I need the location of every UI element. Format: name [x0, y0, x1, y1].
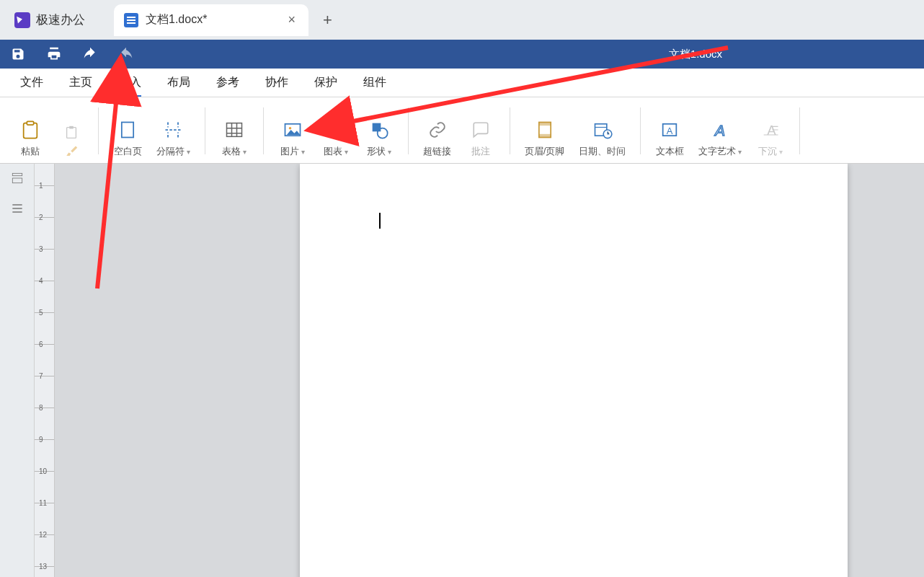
date-time-button[interactable]: 日期、时间	[574, 103, 630, 159]
svg-rect-14	[538, 133, 550, 137]
ruler-mark: 2	[39, 213, 43, 221]
workspace: 12345678910111213	[0, 164, 924, 577]
picture-icon	[280, 118, 305, 142]
ruler-mark: 5	[39, 309, 43, 317]
close-icon[interactable]: ×	[285, 12, 298, 27]
ribbon-insert: 粘贴 空白页 分隔符	[0, 97, 924, 164]
text-cursor	[379, 213, 381, 229]
dropcap-button[interactable]: A 下沉	[752, 103, 789, 159]
textbox-button[interactable]: A 文本框	[651, 103, 688, 159]
ruler-mark: 7	[39, 372, 43, 380]
comment-button[interactable]: 批注	[462, 103, 499, 159]
page-break-icon	[161, 118, 185, 142]
separator-button[interactable]: 分隔符	[152, 103, 195, 159]
svg-rect-22	[12, 178, 22, 183]
svg-rect-4	[226, 123, 241, 136]
blank-page-icon	[115, 118, 140, 142]
svg-rect-1	[67, 127, 76, 138]
svg-rect-21	[12, 173, 22, 175]
svg-rect-0	[27, 121, 33, 125]
menu-protect[interactable]: 保护	[301, 69, 350, 96]
link-icon	[425, 118, 450, 142]
svg-rect-2	[69, 125, 74, 128]
ruler-mark: 10	[39, 467, 47, 475]
svg-rect-8	[334, 125, 337, 136]
table-button[interactable]: 表格	[216, 103, 253, 159]
menu-file[interactable]: 文件	[7, 69, 56, 96]
brush-icon	[59, 145, 84, 158]
tab-document[interactable]: 文档1.docx* ×	[114, 4, 308, 36]
clipboard-icon	[18, 118, 43, 142]
paste-options-button[interactable]	[55, 103, 88, 159]
menu-component[interactable]: 组件	[350, 69, 399, 96]
svg-text:A: A	[667, 125, 673, 136]
menu-insert[interactable]: 插入	[105, 69, 154, 96]
document-area[interactable]	[55, 164, 924, 577]
tab-home-label: 极速办公	[36, 12, 85, 28]
tab-home[interactable]: 极速办公	[6, 6, 114, 35]
tab-bar: 极速办公 文档1.docx* × +	[0, 0, 924, 40]
svg-rect-3	[122, 122, 133, 137]
shape-button[interactable]: 形状	[360, 103, 398, 159]
ruler-mark: 12	[39, 531, 47, 539]
document-icon	[124, 13, 138, 27]
ruler-mark: 1	[39, 182, 43, 190]
wordart-button[interactable]: A 文字艺术	[694, 103, 746, 159]
ruler-mark: 6	[39, 340, 43, 348]
vertical-ruler: 12345678910111213	[35, 164, 55, 577]
shapes-icon	[367, 118, 391, 142]
menu-collab[interactable]: 协作	[252, 69, 301, 96]
quick-access-bar: 文档1.docx	[0, 40, 924, 69]
svg-point-11	[377, 128, 387, 138]
ruler-mark: 9	[39, 436, 43, 444]
document-page[interactable]	[300, 164, 848, 577]
svg-rect-7	[329, 130, 332, 136]
textbox-icon: A	[657, 118, 682, 142]
ruler-mark: 11	[39, 499, 47, 507]
picture-button[interactable]: 图片	[274, 103, 311, 159]
svg-rect-10	[372, 123, 381, 131]
list-panel-icon[interactable]	[9, 200, 26, 217]
svg-text:A: A	[714, 122, 725, 138]
paste-button[interactable]: 粘贴	[12, 103, 49, 159]
ruler-mark: 4	[39, 277, 43, 285]
ruler-mark: 3	[39, 245, 43, 253]
ruler-mark: 8	[39, 404, 43, 412]
ruler-mark: 13	[39, 563, 47, 571]
left-panel	[0, 164, 35, 577]
hyperlink-button[interactable]: 超链接	[419, 103, 456, 159]
print-icon[interactable]	[46, 46, 62, 62]
header-footer-button[interactable]: 页眉/页脚	[520, 103, 569, 159]
chart-button[interactable]: 图表	[317, 103, 355, 159]
menu-layout[interactable]: 布局	[154, 69, 203, 96]
dropcap-icon: A	[758, 118, 783, 142]
new-tab-button[interactable]: +	[308, 11, 347, 30]
outline-panel-icon[interactable]	[9, 169, 26, 187]
header-footer-icon	[533, 118, 557, 142]
undo-icon[interactable]	[82, 46, 98, 62]
chart-icon	[324, 118, 348, 142]
app-logo-icon	[14, 12, 30, 28]
svg-rect-13	[538, 122, 550, 125]
comment-icon	[468, 118, 493, 142]
date-time-icon	[590, 118, 615, 142]
wordart-icon: A	[708, 118, 732, 142]
svg-rect-9	[339, 127, 342, 136]
menu-bar: 文件 主页 插入 布局 参考 协作 保护 组件	[0, 69, 924, 97]
menu-home[interactable]: 主页	[56, 69, 105, 96]
titlebar-document-name: 文档1.docx	[669, 48, 722, 61]
redo-icon[interactable]	[118, 46, 134, 62]
clipboard-small-icon	[59, 120, 84, 145]
menu-reference[interactable]: 参考	[203, 69, 252, 96]
table-icon	[222, 118, 246, 142]
svg-point-6	[289, 126, 292, 129]
save-icon[interactable]	[10, 46, 26, 62]
tab-document-label: 文档1.docx*	[146, 12, 277, 27]
blank-page-button[interactable]: 空白页	[109, 103, 146, 159]
